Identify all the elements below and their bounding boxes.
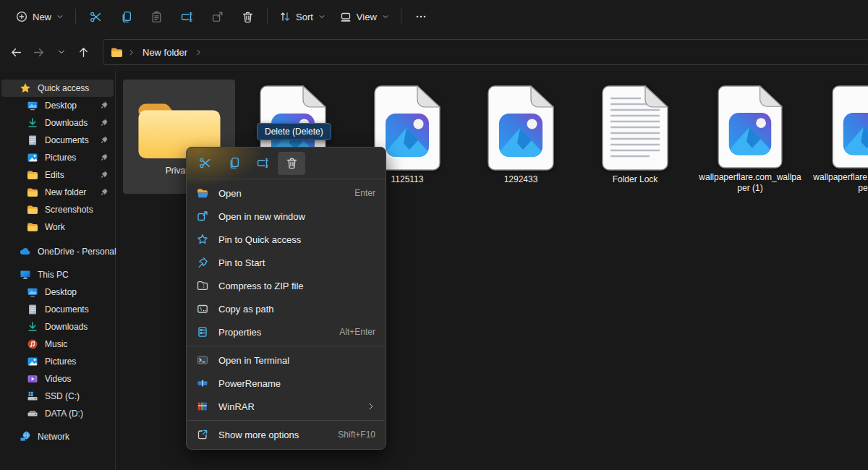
up-button[interactable] [72,41,95,63]
properties-icon [196,326,209,338]
sidebar-item-pictures[interactable]: Pictures [0,149,115,166]
terminal-icon [196,354,209,366]
network-icon [20,431,31,443]
sidebar-item-drive-d[interactable]: DATA (D:) [0,405,115,422]
sidebar-item-pc-downloads[interactable]: Downloads [0,318,115,336]
menu-item-open-new-window[interactable]: Open in new window [187,205,386,228]
sidebar-item-work[interactable]: Work [0,218,115,236]
menu-item-label: Properties [218,327,261,338]
sidebar-item-label: Documents [45,304,89,315]
sidebar-item-this-pc[interactable]: This PC [0,266,115,283]
file-tile-1292433[interactable]: 1292433 [467,80,575,194]
toolbar-separator [75,9,76,25]
document-icon [27,304,38,315]
download-icon [27,321,38,333]
sidebar-item-quick-access[interactable]: Quick access [1,80,114,97]
copy-path-icon [196,303,209,315]
address-bar: New folder [0,33,868,71]
rename-button[interactable] [249,152,276,175]
sidebar-item-label: SSD (C:) [45,391,80,401]
delete-button[interactable] [232,4,263,29]
menu-item-properties[interactable]: Properties Alt+Enter [187,320,386,343]
context-menu-icon-row [187,148,386,179]
menu-item-pin-quick-access[interactable]: Pin to Quick access [187,228,386,251]
menu-item-winrar[interactable]: WinRAR [187,395,386,418]
sidebar-item-desktop[interactable]: Desktop [0,97,115,114]
forward-button[interactable] [27,41,50,63]
sidebar-item-label: Videos [45,374,71,384]
menu-item-shortcut: Enter [354,188,375,198]
picture-icon [27,152,38,163]
paste-button[interactable] [141,4,171,29]
pin-icon [99,101,109,110]
menu-item-compress-zip[interactable]: Compress to ZIP file [187,274,386,297]
menu-item-copy-as-path[interactable]: Copy as path [187,297,386,320]
menu-separator [187,420,385,421]
folder-icon [27,169,38,181]
menu-item-shortcut: Alt+Enter [339,327,375,337]
sidebar-item-downloads[interactable]: Downloads [0,114,115,132]
sidebar-item-pc-desktop[interactable]: Desktop [0,283,115,301]
sidebar-item-label: Desktop [45,287,77,297]
show-more-icon [196,429,209,440]
file-tile-wallpaper[interactable]: wallpaperflare.com_wallpaper [810,80,868,194]
file-tile-folder-lock[interactable]: Folder Lock [581,80,689,194]
view-button-label: View [357,12,377,22]
menu-item-label: Open in new window [218,211,305,222]
sidebar-item-onedrive[interactable]: OneDrive - Personal [0,243,115,260]
view-button[interactable]: View [333,4,396,29]
desktop-icon [27,286,38,298]
menu-item-label: Pin to Start [218,257,265,268]
ellipsis-icon [415,11,427,22]
new-button[interactable]: New [9,4,71,29]
menu-item-pin-start[interactable]: Pin to Start [187,251,386,274]
chevron-down-icon [318,13,326,20]
recent-locations-button[interactable] [50,41,72,63]
pin-icon [99,187,109,197]
menu-item-show-more-options[interactable]: Show more options Shift+F10 [187,423,386,446]
menu-item-label: Open [218,188,242,199]
menu-item-powerrename[interactable]: PowerRename [187,372,386,395]
submenu-chevron-icon [367,402,375,411]
pin-quick-access-icon [196,234,209,245]
file-name: Folder Lock [582,174,689,185]
copy-button[interactable] [111,4,141,29]
sidebar-item-edits[interactable]: Edits [0,166,115,184]
sidebar-item-label: Pictures [45,356,76,367]
see-more-button[interactable] [406,4,436,29]
sidebar-item-label: Edits [45,170,64,180]
sidebar-item-pc-music[interactable]: Music [0,336,115,353]
sidebar-item-network[interactable]: Network [0,428,115,445]
menu-item-open-in-terminal[interactable]: Open in Terminal [187,349,386,372]
share-button[interactable] [202,4,232,29]
winrar-icon [196,401,209,412]
file-tile-wallpaper-1[interactable]: wallpaperflare.com_wallpaper (1) [696,80,804,194]
sidebar-item-pc-documents[interactable]: Documents [0,301,115,318]
cut-button[interactable] [80,4,111,29]
context-menu: Open Enter Open in new window Pin to Qui… [186,147,386,450]
breadcrumb-segment[interactable]: New folder [140,46,190,59]
pin-start-icon [196,257,209,268]
menu-item-label: Open in Terminal [218,355,289,366]
menu-item-open[interactable]: Open Enter [187,181,386,205]
sidebar-item-screenshots[interactable]: Screenshots [0,201,115,218]
copy-button[interactable] [220,152,247,175]
address-box[interactable]: New folder [103,39,868,65]
sidebar-item-drive-c[interactable]: SSD (C:) [0,388,115,405]
sidebar-item-label: Documents [45,135,89,145]
navigation-pane: Quick access Desktop Downloads Documents [0,71,116,470]
sidebar-item-documents[interactable]: Documents [0,132,115,149]
sidebar-item-new-folder[interactable]: New folder [0,184,115,201]
open-folder-icon [196,187,209,200]
sidebar-item-pc-videos[interactable]: Videos [0,370,115,388]
sidebar-item-pc-pictures[interactable]: Pictures [0,353,115,370]
folder-icon [111,46,123,59]
delete-tooltip: Delete (Delete) [257,123,331,140]
delete-button[interactable] [278,152,305,175]
back-button[interactable] [5,41,27,63]
rename-button[interactable] [171,4,202,29]
toolbar-separator [267,9,268,25]
sidebar-item-label: This PC [38,270,69,280]
sort-button[interactable]: Sort [272,4,333,29]
cut-button[interactable] [191,152,218,175]
